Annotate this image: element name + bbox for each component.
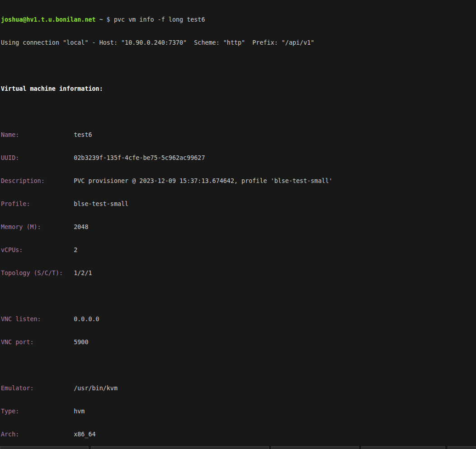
taskbar-button[interactable] [361,446,445,449]
field-row-arch: Arch: x86_64 [1,430,476,438]
prompt-symbol: $ [107,16,110,23]
command-text: pvc vm info -f long test6 [110,16,205,23]
field-row-vnc-listen: VNC listen: 0.0.0.0 [1,315,476,323]
field-row-name: Name: test6 [1,131,476,139]
field-row-vnc-port: VNC port: 5900 [1,338,476,346]
vm-info-title-text: Virtual machine information: [1,85,103,92]
field-row-topology: Topology (S/C/T): 1/2/1 [1,269,476,277]
field-label: Type: [1,408,74,415]
blank-line [1,62,476,70]
blank-line [1,108,476,116]
field-label: Topology (S/C/T): [1,270,74,276]
blank-line [1,292,476,300]
field-value: blse-test-small [74,201,128,207]
field-value: 2 [74,247,77,253]
field-value: 0.0.0.0 [74,316,99,323]
field-label: Emulator: [1,385,74,392]
field-row-description: Description: PVC provisioner @ 2023-12-0… [1,177,476,185]
field-label: Name: [1,131,74,138]
field-label: VNC port: [1,339,74,346]
taskbar-button[interactable] [91,446,269,449]
connection-info-line: Using connection "local" - Host: "10.90.… [1,39,476,47]
field-value: 5900 [74,339,88,346]
bottom-window-edge [0,446,476,449]
field-row-memory: Memory (M): 2048 [1,223,476,231]
taskbar-button[interactable] [448,446,476,449]
field-label: VNC listen: [1,316,74,323]
field-value: /usr/bin/kvm [74,385,118,392]
field-row-vcpus: vCPUs: 2 [1,246,476,254]
field-value: 2048 [74,224,88,230]
connection-info-text: Using connection "local" - Host: "10.90.… [1,39,314,46]
prompt-command-line: joshua@hv1.t.u.bonilan.net ~ $ pvc vm in… [1,16,476,23]
field-value: hvm [74,408,85,415]
field-row-uuid: UUID: 02b3239f-135f-4cfe-be75-5c962ac996… [1,154,476,162]
field-value: test6 [74,131,92,138]
terminal[interactable]: joshua@hv1.t.u.bonilan.net ~ $ pvc vm in… [0,0,476,449]
vm-info-title: Virtual machine information: [1,85,476,93]
blank-line [1,361,476,369]
taskbar-button[interactable] [0,446,89,449]
taskbar-button[interactable] [271,446,359,449]
field-row-emulator: Emulator: /usr/bin/kvm [1,384,476,392]
field-row-profile: Profile: blse-test-small [1,200,476,208]
field-value: 02b3239f-135f-4cfe-be75-5c962ac99627 [74,154,205,161]
field-value: PVC provisioner @ 2023-12-09 15:37:13.67… [74,178,332,184]
field-label: Memory (M): [1,224,74,230]
field-value: 1/2/1 [74,270,92,276]
field-row-type: Type: hvm [1,407,476,415]
field-label: UUID: [1,154,74,161]
field-label: Profile: [1,201,74,207]
prompt-user-host: joshua@hv1.t.u.bonilan.net [1,16,96,23]
field-label: Description: [1,178,74,184]
prompt-separator: ~ [96,16,107,23]
field-label: vCPUs: [1,247,74,253]
field-value: x86_64 [74,431,95,438]
field-label: Arch: [1,431,74,438]
